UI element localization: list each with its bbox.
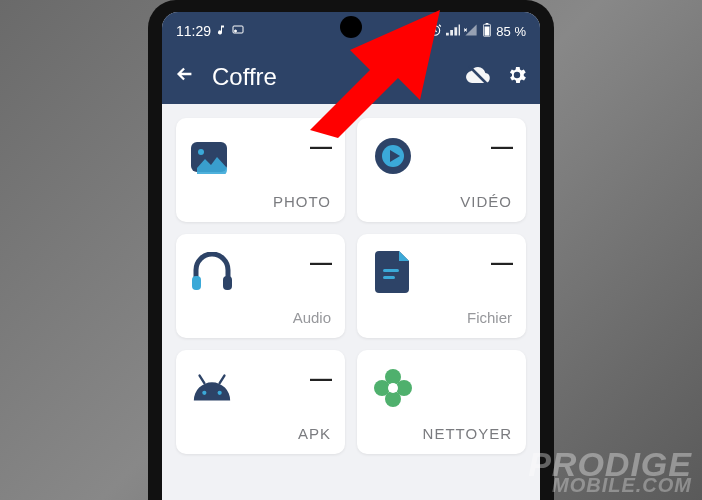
back-button[interactable]	[174, 63, 196, 91]
page-title: Coffre	[212, 63, 450, 91]
svg-line-17	[200, 376, 205, 384]
card-clean[interactable]: NETTOYER	[357, 350, 526, 454]
card-label: VIDÉO	[371, 193, 512, 210]
photo-icon	[190, 134, 234, 178]
battery-text: 85 %	[496, 24, 526, 39]
watermark: PRODIGE MOBILE.COM	[528, 450, 692, 494]
card-label: Audio	[190, 309, 331, 326]
svg-rect-12	[223, 276, 232, 290]
card-label: APK	[190, 425, 331, 442]
svg-point-15	[202, 391, 206, 395]
file-icon	[371, 250, 415, 294]
apk-icon	[190, 366, 234, 410]
phone-frame: 11:29	[148, 0, 554, 500]
card-audio[interactable]: — Audio	[176, 234, 345, 338]
app-bar: Coffre	[162, 50, 540, 104]
card-file[interactable]: — Fichier	[357, 234, 526, 338]
svg-rect-13	[383, 269, 399, 272]
svg-line-18	[220, 376, 225, 384]
appbar-actions	[466, 63, 528, 91]
category-grid: — PHOTO — VIDÉO —	[162, 104, 540, 468]
cloud-off-icon[interactable]	[466, 63, 490, 91]
card-apk[interactable]: — APK	[176, 350, 345, 454]
svg-point-23	[388, 383, 398, 393]
svg-point-16	[218, 391, 222, 395]
svg-point-22	[374, 380, 390, 396]
status-left: 11:29	[176, 23, 245, 39]
svg-rect-4	[485, 26, 490, 35]
svg-rect-14	[383, 276, 395, 279]
card-photo[interactable]: — PHOTO	[176, 118, 345, 222]
card-count: —	[491, 250, 512, 276]
svg-rect-11	[192, 276, 201, 290]
card-label: Fichier	[371, 309, 512, 326]
signal-icon	[446, 24, 460, 39]
video-icon	[371, 134, 415, 178]
svg-point-1	[235, 30, 237, 32]
status-right: 85 %	[428, 23, 526, 40]
music-note-icon	[215, 23, 227, 39]
battery-icon	[482, 23, 492, 40]
card-label: PHOTO	[190, 193, 331, 210]
card-video[interactable]: — VIDÉO	[357, 118, 526, 222]
cast-icon	[231, 23, 245, 39]
card-count: —	[491, 134, 512, 160]
camera-notch	[340, 16, 362, 38]
clean-icon	[371, 366, 415, 410]
screen: 11:29	[162, 12, 540, 500]
svg-rect-5	[486, 23, 489, 24]
card-count: —	[310, 134, 331, 160]
card-count: —	[310, 250, 331, 276]
settings-icon[interactable]	[506, 64, 528, 90]
card-count: —	[310, 366, 331, 392]
watermark-line2: MOBILE.COM	[528, 477, 692, 494]
signal-x-icon	[464, 24, 478, 39]
card-label: NETTOYER	[371, 425, 512, 442]
alarm-icon	[428, 23, 442, 40]
audio-icon	[190, 250, 234, 294]
svg-point-8	[198, 149, 204, 155]
status-time: 11:29	[176, 23, 211, 39]
